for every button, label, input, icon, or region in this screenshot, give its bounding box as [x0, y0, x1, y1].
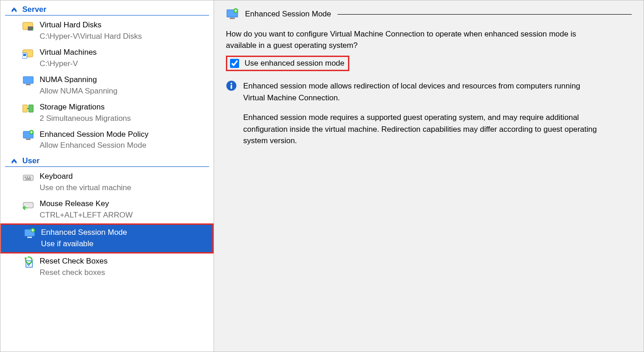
folder-disk-icon	[22, 20, 34, 32]
svg-rect-14	[25, 176, 26, 178]
divider-line	[337, 14, 632, 15]
folder-vm-icon	[22, 47, 34, 59]
nav-item-enhanced-session-mode[interactable]: Enhanced Session Mode Use if available	[0, 223, 214, 254]
nav-item-label: Enhanced Session Mode Policy	[40, 129, 148, 140]
nav-item-sub: Use on the virtual machine	[40, 183, 131, 193]
nav-item-sub: CTRL+ALT+LEFT ARROW	[40, 210, 133, 221]
nav-item-sub: C:\Hyper-V	[40, 59, 97, 69]
svg-rect-15	[27, 176, 28, 178]
use-enhanced-session-mode-checkbox-row[interactable]: Use enhanced session mode	[226, 56, 349, 71]
nav-item-sub: C:\Hyper-V\Virtual Hard Disks	[40, 31, 142, 42]
svg-rect-5	[23, 54, 26, 56]
nav-item-sub: Use if available	[41, 239, 127, 249]
svg-rect-8	[23, 105, 27, 112]
nav-item-label: Storage Migrations	[40, 102, 131, 113]
storage-migration-icon	[22, 102, 34, 114]
info-block: Enhanced session mode allows redirection…	[226, 80, 632, 155]
settings-nav-panel: Server Virtual Hard Disks C:\Hyper-V\Vir…	[0, 0, 214, 352]
chevron-up-icon	[10, 157, 18, 165]
monitor-plus-icon	[24, 228, 36, 239]
checkbox-label: Use enhanced session mode	[245, 59, 344, 68]
nav-item-label: Mouse Release Key	[40, 199, 133, 209]
reset-checkbox-icon	[22, 256, 34, 268]
nav-item-label: Keyboard	[40, 171, 131, 182]
section-header-server[interactable]: Server	[5, 3, 209, 16]
monitor-plus-icon	[226, 8, 239, 21]
keyboard-icon	[22, 171, 34, 183]
nav-item-numa-spanning[interactable]: NUMA Spanning Allow NUMA Spanning	[0, 72, 214, 99]
nav-item-label: Enhanced Session Mode	[41, 228, 127, 238]
settings-content-panel: Enhanced Session Mode How do you want to…	[214, 0, 644, 352]
info-paragraph-2: Enhanced session mode requires a support…	[243, 112, 603, 147]
monitor-icon	[22, 75, 34, 87]
nav-item-enhanced-session-mode-policy[interactable]: Enhanced Session Mode Policy Allow Enhan…	[0, 127, 214, 154]
svg-rect-9	[29, 105, 33, 112]
nav-item-mouse-release-key[interactable]: Mouse Release Key CTRL+ALT+LEFT ARROW	[0, 196, 214, 223]
nav-item-storage-migrations[interactable]: Storage Migrations 2 Simultaneous Migrat…	[0, 99, 214, 127]
nav-item-sub: 2 Simultaneous Migrations	[40, 114, 131, 124]
section-title: Server	[22, 5, 46, 14]
nav-item-virtual-hard-disks[interactable]: Virtual Hard Disks C:\Hyper-V\Virtual Ha…	[0, 17, 214, 45]
svg-rect-28	[230, 85, 232, 89]
svg-point-27	[230, 83, 232, 84]
nav-item-sub: Reset check boxes	[40, 268, 107, 278]
info-icon	[226, 80, 237, 91]
nav-item-label: Virtual Hard Disks	[40, 20, 142, 31]
svg-rect-24	[230, 18, 235, 19]
nav-item-label: Virtual Machines	[40, 47, 97, 58]
keyboard-arrow-icon	[22, 199, 34, 211]
content-description: How do you want to configure Virtual Mac…	[226, 29, 604, 51]
svg-point-2	[32, 29, 33, 31]
chevron-up-icon	[10, 6, 18, 13]
monitor-plus-icon	[22, 129, 34, 141]
content-header: Enhanced Session Mode	[226, 8, 632, 21]
nav-item-keyboard[interactable]: Keyboard Use on the virtual machine	[0, 169, 214, 196]
use-enhanced-session-mode-checkbox[interactable]	[230, 59, 239, 68]
nav-item-label: Reset Check Boxes	[40, 256, 107, 267]
section-header-user[interactable]: User	[5, 155, 209, 167]
svg-rect-17	[26, 178, 31, 180]
svg-rect-6	[23, 77, 33, 83]
content-title: Enhanced Session Mode	[245, 10, 331, 19]
nav-item-virtual-machines[interactable]: Virtual Machines C:\Hyper-V	[0, 45, 214, 72]
nav-item-sub: Allow NUMA Spanning	[40, 86, 118, 97]
nav-item-reset-checkboxes[interactable]: Reset Check Boxes Reset check boxes	[0, 254, 214, 281]
section-title: User	[22, 156, 40, 166]
svg-rect-20	[27, 237, 32, 238]
nav-item-sub: Allow Enhanced Session Mode	[40, 140, 148, 151]
info-paragraph-1: Enhanced session mode allows redirection…	[243, 80, 603, 104]
nav-item-label: NUMA Spanning	[40, 75, 118, 85]
svg-rect-7	[26, 84, 31, 85]
svg-rect-16	[29, 176, 31, 178]
svg-rect-11	[26, 139, 31, 140]
